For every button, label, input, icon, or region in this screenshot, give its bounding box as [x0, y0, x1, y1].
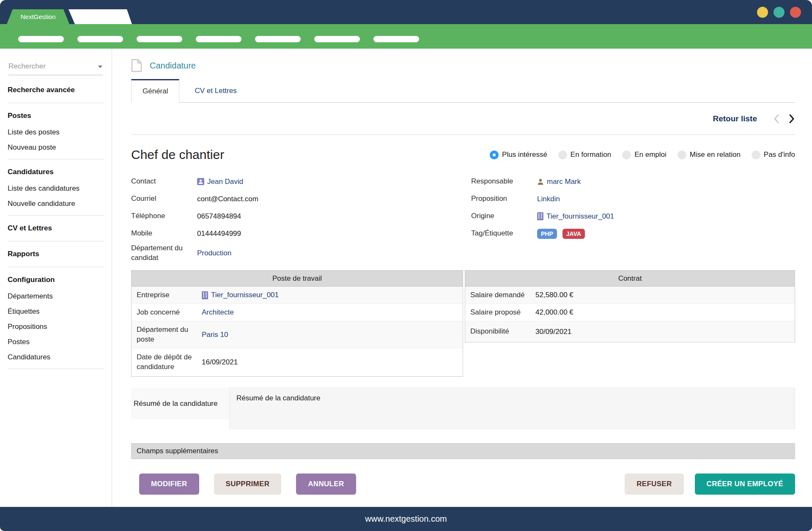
entreprise-link[interactable]: Tier_fournisseur_001: [211, 291, 279, 299]
radio-icon[interactable]: [622, 151, 631, 159]
modifier-button[interactable]: MODIFIER: [139, 474, 199, 495]
window-button-close[interactable]: [790, 7, 801, 18]
resume-label: Résumé de la candidature: [131, 388, 229, 419]
building-icon: [537, 212, 543, 220]
divider: [8, 159, 104, 159]
job-concerne-link[interactable]: Architecte: [202, 308, 234, 317]
table-row: Salaire proposé 42,000.00 €: [465, 304, 795, 321]
table-contrat: Contrat Salaire demandé 52,580.00 € Sala…: [465, 270, 795, 342]
sidebar-item-cv-et-lettres[interactable]: CV et Lettres: [0, 219, 112, 237]
sidebar-heading-candidatures[interactable]: Candidatures: [0, 163, 112, 181]
person-icon: [537, 178, 544, 185]
radio-icon[interactable]: [752, 151, 760, 159]
sidebar-item-postes-config[interactable]: Postes: [0, 334, 112, 350]
divider: [8, 215, 104, 216]
blank-tab[interactable]: [69, 9, 132, 24]
menu-pill-6[interactable]: [314, 36, 360, 42]
tab-bar: Général CV et Lettres: [131, 79, 795, 103]
search-input[interactable]: [8, 59, 103, 75]
table-header: Contrat: [465, 271, 795, 287]
field-responsable: Responsable marc Mark: [471, 173, 795, 190]
sidebar-heading-configuration[interactable]: Configuration: [0, 271, 112, 289]
radio-en-emploi[interactable]: En emploi: [622, 151, 667, 159]
radio-selected-icon[interactable]: [490, 151, 499, 159]
radio-mise-en-relation[interactable]: Mise en relation: [678, 151, 741, 159]
tag-php[interactable]: PHP: [537, 229, 557, 239]
origine-link[interactable]: Tier_fournisseur_001: [546, 212, 614, 221]
brand-tab[interactable]: NextGestion: [7, 9, 69, 24]
sidebar-item-recherche-avancee[interactable]: Recherche avancée: [0, 81, 112, 99]
sidebar-item-nouvelle-candidature[interactable]: Nouvelle candidature: [0, 196, 112, 211]
sidebar-item-propositions[interactable]: Propositions: [0, 319, 112, 334]
back-to-list-link[interactable]: Retour liste: [713, 114, 757, 123]
extra-fields-bar[interactable]: Champs supplémentaires: [131, 443, 795, 459]
mobile-value: 01444494999: [197, 230, 241, 238]
proposition-link[interactable]: Linkdin: [537, 195, 560, 203]
table-row: Département du poste Paris 10: [132, 321, 463, 348]
resume-section: Résumé de la candidature Résumé de la ca…: [131, 388, 795, 429]
telephone-value: 06574894894: [197, 212, 241, 221]
contact-link[interactable]: Jean David: [207, 178, 243, 186]
next-record-icon[interactable]: [789, 114, 795, 124]
contact-card-icon: [197, 178, 204, 185]
menu-pill-1[interactable]: [18, 36, 64, 42]
tag-java[interactable]: JAVA: [562, 229, 585, 239]
sidebar-item-rapports[interactable]: Rapports: [0, 245, 112, 263]
sidebar-item-nouveau-poste[interactable]: Nouveau poste: [0, 140, 112, 155]
sidebar-search: [8, 59, 103, 75]
sidebar-item-candidatures-config[interactable]: Candidatures: [0, 350, 112, 365]
footer-url: www.nextgestion.com: [365, 514, 447, 524]
sidebar-item-etiquettes[interactable]: Étiquettes: [0, 304, 112, 319]
table-row: Disponibilité 30/09/2021: [465, 321, 795, 342]
table-header: Poste de travail: [132, 271, 463, 287]
departement-candidat-link[interactable]: Production: [197, 249, 231, 257]
radio-pas-d-info[interactable]: Pas d'info: [752, 151, 795, 159]
menu-pill-2[interactable]: [77, 36, 123, 42]
window-button-minimize[interactable]: [757, 7, 768, 18]
page-title: Candidature: [150, 61, 196, 71]
salaire-propose-value: 42,000.00 €: [533, 308, 573, 317]
field-telephone: Téléphone 06574894894: [131, 208, 471, 225]
radio-en-formation[interactable]: En formation: [558, 151, 611, 159]
divider: [8, 369, 104, 369]
sidebar-heading-postes[interactable]: Postes: [0, 107, 112, 125]
main-content: Candidature Général CV et Lettres Retour…: [112, 49, 812, 507]
menu-pill-5[interactable]: [255, 36, 301, 42]
refuser-button[interactable]: REFUSER: [625, 474, 683, 495]
sidebar-item-departements[interactable]: Départements: [0, 289, 112, 304]
responsable-link[interactable]: marc Mark: [547, 178, 581, 186]
previous-record-icon[interactable]: [773, 114, 779, 124]
courriel-value: cont@Contact.com: [197, 195, 258, 203]
record-toolbar: Retour liste: [131, 103, 795, 135]
divider: [8, 241, 104, 241]
radio-icon[interactable]: [558, 151, 567, 159]
field-contact: Contact Jean David: [131, 173, 471, 190]
date-depot-value: 16/09/2021: [199, 358, 238, 367]
chevron-down-icon[interactable]: [98, 66, 102, 68]
tab-general[interactable]: Général: [131, 79, 179, 103]
annuler-button[interactable]: ANNULER: [296, 474, 356, 495]
resume-content[interactable]: Résumé de la candidature: [229, 388, 795, 429]
app-window: NextGestion Recherche avancée Postes L: [0, 0, 812, 531]
sidebar-item-liste-des-postes[interactable]: Liste des postes: [0, 125, 112, 140]
sidebar-item-liste-des-candidatures[interactable]: Liste des candidatures: [0, 181, 112, 196]
menu-pill-4[interactable]: [196, 36, 241, 42]
radio-plus-interesse[interactable]: Plus intéressé: [490, 151, 547, 159]
menu-pill-7[interactable]: [373, 36, 419, 42]
menu-pill-3[interactable]: [137, 36, 182, 42]
main-menu-bar: [0, 24, 812, 49]
brand-name: NextGestion: [21, 13, 56, 20]
supprimer-button[interactable]: SUPPRIMER: [214, 474, 282, 495]
record-title: Chef de chantier: [131, 148, 224, 162]
departement-poste-link[interactable]: Paris 10: [202, 331, 228, 339]
window-button-maximize[interactable]: [774, 7, 785, 18]
divider: [8, 103, 104, 103]
radio-icon[interactable]: [678, 151, 686, 159]
field-proposition: Proposition Linkdin: [471, 190, 795, 208]
window-titlebar: NextGestion: [0, 0, 812, 24]
tab-cv-et-lettres[interactable]: CV et Lettres: [184, 79, 247, 102]
disponibilite-value: 30/09/2021: [533, 328, 571, 336]
salaire-demande-value: 52,580.00 €: [533, 291, 573, 299]
table-row: Salaire demandé 52,580.00 €: [465, 287, 795, 304]
creer-un-employe-button[interactable]: CRÉER UN EMPLOYÉ: [695, 474, 795, 495]
